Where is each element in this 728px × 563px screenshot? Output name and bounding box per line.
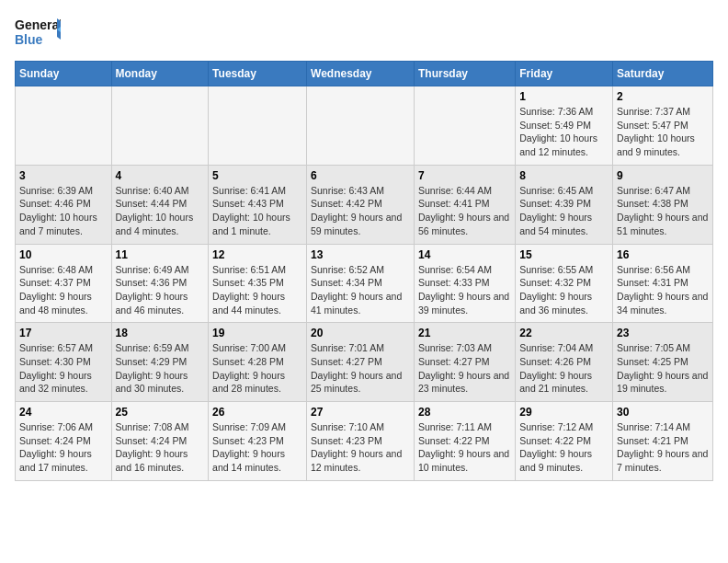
- header-cell-tuesday: Tuesday: [209, 62, 307, 86]
- header-cell-monday: Monday: [111, 62, 209, 86]
- day-number: 6: [311, 169, 410, 182]
- day-number: 13: [311, 248, 410, 261]
- day-number: 27: [311, 406, 410, 419]
- day-number: 17: [19, 327, 108, 339]
- day-info: Sunrise: 6:48 AM Sunset: 4:37 PM Dayligh…: [19, 263, 108, 317]
- day-info: Sunrise: 7:12 AM Sunset: 4:22 PM Dayligh…: [519, 420, 609, 475]
- header-cell-friday: Friday: [516, 62, 613, 86]
- day-info: Sunrise: 6:56 AM Sunset: 4:31 PM Dayligh…: [617, 263, 709, 317]
- day-info: Sunrise: 6:55 AM Sunset: 4:32 PM Dayligh…: [519, 263, 609, 317]
- day-number: 18: [116, 327, 205, 339]
- logo: General Blue: [15, 15, 61, 53]
- day-info: Sunrise: 7:00 AM Sunset: 4:28 PM Dayligh…: [212, 341, 302, 396]
- logo-svg: General Blue: [15, 15, 61, 53]
- day-info: Sunrise: 6:44 AM Sunset: 4:41 PM Dayligh…: [418, 184, 511, 238]
- calendar-header: SundayMondayTuesdayWednesdayThursdayFrid…: [16, 62, 713, 86]
- day-number: 19: [212, 327, 302, 339]
- logo-container: General Blue: [15, 15, 61, 53]
- day-info: Sunrise: 6:57 AM Sunset: 4:30 PM Dayligh…: [19, 341, 108, 396]
- calendar-cell: 1Sunrise: 7:36 AM Sunset: 5:49 PM Daylig…: [516, 86, 613, 166]
- calendar-cell: 26Sunrise: 7:09 AM Sunset: 4:23 PM Dayli…: [209, 402, 307, 481]
- day-number: 23: [617, 327, 709, 339]
- svg-text:General: General: [15, 17, 61, 32]
- day-number: 8: [519, 169, 609, 182]
- page-header: General Blue: [15, 15, 713, 53]
- day-number: 7: [418, 169, 511, 182]
- day-info: Sunrise: 7:36 AM Sunset: 5:49 PM Dayligh…: [519, 105, 609, 159]
- day-number: 29: [519, 406, 609, 419]
- calendar-table: SundayMondayTuesdayWednesdayThursdayFrid…: [15, 61, 713, 481]
- header-cell-saturday: Saturday: [613, 62, 713, 86]
- calendar-cell: 10Sunrise: 6:48 AM Sunset: 4:37 PM Dayli…: [16, 244, 112, 323]
- header-cell-wednesday: Wednesday: [307, 62, 415, 86]
- calendar-cell: 4Sunrise: 6:40 AM Sunset: 4:44 PM Daylig…: [111, 165, 209, 244]
- calendar-cell: 21Sunrise: 7:03 AM Sunset: 4:27 PM Dayli…: [414, 323, 515, 402]
- calendar-cell: 17Sunrise: 6:57 AM Sunset: 4:30 PM Dayli…: [16, 323, 112, 402]
- calendar-cell: 25Sunrise: 7:08 AM Sunset: 4:24 PM Dayli…: [111, 402, 209, 481]
- calendar-cell: 23Sunrise: 7:05 AM Sunset: 4:25 PM Dayli…: [613, 323, 713, 402]
- day-info: Sunrise: 7:06 AM Sunset: 4:24 PM Dayligh…: [19, 420, 108, 475]
- day-number: 3: [19, 169, 108, 182]
- day-number: 24: [19, 406, 108, 419]
- day-info: Sunrise: 6:41 AM Sunset: 4:43 PM Dayligh…: [212, 184, 302, 238]
- day-info: Sunrise: 6:40 AM Sunset: 4:44 PM Dayligh…: [116, 184, 205, 238]
- day-info: Sunrise: 7:05 AM Sunset: 4:25 PM Dayligh…: [617, 341, 709, 396]
- calendar-cell: 16Sunrise: 6:56 AM Sunset: 4:31 PM Dayli…: [613, 244, 713, 323]
- day-number: 20: [311, 327, 410, 339]
- calendar-cell: 7Sunrise: 6:44 AM Sunset: 4:41 PM Daylig…: [414, 165, 515, 244]
- day-number: 12: [212, 248, 302, 261]
- day-number: 25: [116, 406, 205, 419]
- day-info: Sunrise: 6:52 AM Sunset: 4:34 PM Dayligh…: [311, 263, 410, 317]
- day-info: Sunrise: 6:39 AM Sunset: 4:46 PM Dayligh…: [19, 184, 108, 238]
- calendar-cell: 30Sunrise: 7:14 AM Sunset: 4:21 PM Dayli…: [613, 402, 713, 481]
- day-info: Sunrise: 6:51 AM Sunset: 4:35 PM Dayligh…: [212, 263, 302, 317]
- calendar-cell: 24Sunrise: 7:06 AM Sunset: 4:24 PM Dayli…: [16, 402, 112, 481]
- calendar-cell: 8Sunrise: 6:45 AM Sunset: 4:39 PM Daylig…: [516, 165, 613, 244]
- day-number: 15: [519, 248, 609, 261]
- day-info: Sunrise: 7:04 AM Sunset: 4:26 PM Dayligh…: [519, 341, 609, 396]
- day-number: 28: [418, 406, 511, 419]
- header-cell-sunday: Sunday: [16, 62, 112, 86]
- calendar-cell: [414, 86, 515, 166]
- day-number: 5: [212, 169, 302, 182]
- calendar-cell: 9Sunrise: 6:47 AM Sunset: 4:38 PM Daylig…: [613, 165, 713, 244]
- calendar-cell: 28Sunrise: 7:11 AM Sunset: 4:22 PM Dayli…: [414, 402, 515, 481]
- calendar-cell: 19Sunrise: 7:00 AM Sunset: 4:28 PM Dayli…: [209, 323, 307, 402]
- day-info: Sunrise: 7:11 AM Sunset: 4:22 PM Dayligh…: [418, 420, 511, 475]
- day-number: 1: [519, 90, 609, 103]
- day-number: 16: [617, 248, 709, 261]
- day-info: Sunrise: 7:01 AM Sunset: 4:27 PM Dayligh…: [311, 341, 410, 396]
- week-row-5: 24Sunrise: 7:06 AM Sunset: 4:24 PM Dayli…: [16, 402, 713, 481]
- day-number: 10: [19, 248, 108, 261]
- header-cell-thursday: Thursday: [414, 62, 515, 86]
- day-info: Sunrise: 7:37 AM Sunset: 5:47 PM Dayligh…: [617, 105, 709, 159]
- day-info: Sunrise: 6:49 AM Sunset: 4:36 PM Dayligh…: [116, 263, 205, 317]
- calendar-cell: [16, 86, 112, 166]
- week-row-2: 3Sunrise: 6:39 AM Sunset: 4:46 PM Daylig…: [16, 165, 713, 244]
- calendar-cell: 29Sunrise: 7:12 AM Sunset: 4:22 PM Dayli…: [516, 402, 613, 481]
- day-number: 14: [418, 248, 511, 261]
- day-number: 30: [617, 406, 709, 419]
- calendar-cell: [209, 86, 307, 166]
- week-row-4: 17Sunrise: 6:57 AM Sunset: 4:30 PM Dayli…: [16, 323, 713, 402]
- day-info: Sunrise: 7:08 AM Sunset: 4:24 PM Dayligh…: [116, 420, 205, 475]
- calendar-cell: 20Sunrise: 7:01 AM Sunset: 4:27 PM Dayli…: [307, 323, 415, 402]
- calendar-cell: 5Sunrise: 6:41 AM Sunset: 4:43 PM Daylig…: [209, 165, 307, 244]
- day-info: Sunrise: 7:14 AM Sunset: 4:21 PM Dayligh…: [617, 420, 709, 475]
- calendar-cell: 13Sunrise: 6:52 AM Sunset: 4:34 PM Dayli…: [307, 244, 415, 323]
- calendar-cell: 27Sunrise: 7:10 AM Sunset: 4:23 PM Dayli…: [307, 402, 415, 481]
- day-info: Sunrise: 7:03 AM Sunset: 4:27 PM Dayligh…: [418, 341, 511, 396]
- day-number: 26: [212, 406, 302, 419]
- day-number: 2: [617, 90, 709, 103]
- day-info: Sunrise: 6:45 AM Sunset: 4:39 PM Dayligh…: [519, 184, 609, 238]
- day-number: 22: [519, 327, 609, 339]
- week-row-3: 10Sunrise: 6:48 AM Sunset: 4:37 PM Dayli…: [16, 244, 713, 323]
- day-info: Sunrise: 6:54 AM Sunset: 4:33 PM Dayligh…: [418, 263, 511, 317]
- calendar-cell: 15Sunrise: 6:55 AM Sunset: 4:32 PM Dayli…: [516, 244, 613, 323]
- calendar-cell: 14Sunrise: 6:54 AM Sunset: 4:33 PM Dayli…: [414, 244, 515, 323]
- day-number: 11: [116, 248, 205, 261]
- day-info: Sunrise: 6:47 AM Sunset: 4:38 PM Dayligh…: [617, 184, 709, 238]
- day-info: Sunrise: 7:09 AM Sunset: 4:23 PM Dayligh…: [212, 420, 302, 475]
- calendar-body: 1Sunrise: 7:36 AM Sunset: 5:49 PM Daylig…: [16, 86, 713, 481]
- day-info: Sunrise: 7:10 AM Sunset: 4:23 PM Dayligh…: [311, 420, 410, 475]
